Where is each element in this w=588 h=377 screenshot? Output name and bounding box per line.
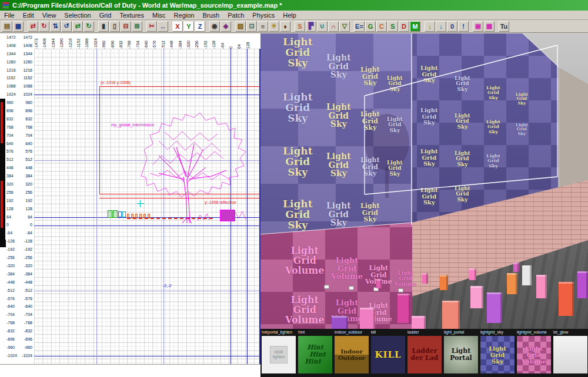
view-xy-button[interactable]: X xyxy=(172,21,183,32)
menu-item[interactable]: Misc xyxy=(148,11,170,20)
c-button[interactable]: C xyxy=(376,21,387,32)
cubic-clip-button[interactable]: ◈ xyxy=(220,21,231,32)
save-button[interactable]: ▦ xyxy=(13,21,24,32)
menu-item[interactable]: Patch xyxy=(223,11,248,20)
rotate-y-button[interactable]: ↺ xyxy=(61,21,72,32)
title-bar[interactable]: C://Program Files/Activision/Call of Dut… xyxy=(0,0,588,11)
measure-button[interactable]: ↔ xyxy=(158,21,168,32)
clipper-button[interactable]: ✂ xyxy=(146,21,157,32)
m-button[interactable]: M xyxy=(410,21,420,32)
cycle-button[interactable]: ▽ xyxy=(339,21,350,32)
light-button[interactable]: ☀ xyxy=(269,21,279,32)
open-button[interactable]: ▤ xyxy=(2,21,12,32)
3d-brush-box[interactable] xyxy=(536,275,547,298)
texture-lock-button[interactable]: ⊡ xyxy=(246,21,257,32)
3d-view[interactable]: Light Grid Sky Light Grid Sky Light Grid… xyxy=(260,33,588,329)
3d-brush-box[interactable] xyxy=(577,271,588,298)
3d-brush-box[interactable] xyxy=(376,279,382,288)
menu-item[interactable]: Textures xyxy=(115,11,148,20)
toolbar-separator[interactable] xyxy=(291,21,294,32)
view-xz-button[interactable]: Z xyxy=(195,21,205,32)
texture-view-button[interactable]: ▨ xyxy=(235,21,246,32)
texture-swatch-ladder[interactable]: Ladderder Lad xyxy=(407,336,442,373)
3d-brush-box[interactable] xyxy=(522,265,532,285)
3d-brush-box[interactable] xyxy=(469,268,476,280)
csg-merge-button[interactable]: ⊞ xyxy=(132,21,142,32)
z-extent-handle[interactable] xyxy=(0,240,6,247)
toolbar-separator[interactable] xyxy=(95,21,98,32)
3d-brush-box[interactable] xyxy=(507,273,517,294)
cap-button[interactable]: ∩ xyxy=(328,21,339,32)
entity-color-button[interactable]: E= xyxy=(354,21,365,32)
d-button[interactable]: D xyxy=(399,21,409,32)
flip-y-button[interactable]: ⇅ xyxy=(50,21,61,32)
menu-item[interactable]: View xyxy=(38,11,61,20)
entity-list-button[interactable]: ≡ xyxy=(258,21,268,32)
3d-brush-box[interactable] xyxy=(397,294,410,323)
light-entity-box[interactable] xyxy=(398,288,403,292)
surface-inspector-button[interactable]: S xyxy=(295,21,305,32)
pink-b-button[interactable]: ▩ xyxy=(484,21,495,32)
3d-brush-box[interactable] xyxy=(442,301,460,329)
weld-button[interactable]: ∪ xyxy=(317,21,328,32)
texture-swatch-hdrportal-lighten[interactable]: HDRlighten xyxy=(262,336,296,373)
model-button[interactable]: ♦ xyxy=(280,21,290,32)
select-touching-button[interactable]: ▯ xyxy=(109,21,120,32)
s-button[interactable]: S xyxy=(387,21,398,32)
z-extent-bar[interactable] xyxy=(0,99,5,240)
3d-brush-box[interactable] xyxy=(440,275,448,290)
texture-swatch-hint[interactable]: HintHintHint xyxy=(298,336,332,373)
flip-z-button[interactable]: ⇄ xyxy=(72,21,83,32)
light-entity-box[interactable] xyxy=(324,285,329,289)
view-yz-button[interactable]: Y xyxy=(183,21,194,32)
toolbar-separator[interactable] xyxy=(469,21,472,32)
pink-a-button[interactable]: ▣ xyxy=(473,21,483,32)
3d-brush-box[interactable] xyxy=(470,286,483,308)
menu-item[interactable]: Grid xyxy=(95,11,116,20)
texture-swatch-light-portal[interactable]: LightPortal xyxy=(444,336,478,373)
down-blue-button[interactable]: ↓ xyxy=(436,21,446,32)
3d-brush-box[interactable] xyxy=(487,292,502,323)
menu-item[interactable]: Selection xyxy=(60,11,95,20)
rotate-z-button[interactable]: ↻ xyxy=(83,21,94,32)
texture-swatch-indoor-outdoor[interactable]: IndoorOutdoor xyxy=(335,336,369,373)
texture-swatch-kill[interactable]: KILL xyxy=(371,336,405,373)
toolbar-separator[interactable] xyxy=(206,21,209,32)
g-button[interactable]: G xyxy=(365,21,376,32)
toolbar-separator[interactable] xyxy=(421,21,424,32)
toolbar-separator[interactable] xyxy=(24,21,27,32)
toolbar-separator[interactable] xyxy=(169,21,172,32)
toolbar-separator[interactable] xyxy=(143,21,146,32)
menu-item[interactable]: File xyxy=(0,11,19,20)
texture-swatch-lightgrid-sky[interactable]: LightGridSky xyxy=(480,336,514,373)
zero-button[interactable]: 0 xyxy=(447,21,457,32)
toolbar-separator[interactable] xyxy=(232,21,235,32)
3d-brush-box[interactable] xyxy=(513,262,519,272)
rotate-x-button[interactable]: ↻ xyxy=(39,21,49,32)
tree-model-wireframe[interactable] xyxy=(34,49,260,364)
tu-button[interactable]: Tu xyxy=(499,21,509,32)
menu-item[interactable]: Help xyxy=(279,11,300,20)
camera-button[interactable]: ◉ xyxy=(209,21,220,32)
3d-brush-box[interactable] xyxy=(422,273,428,284)
texture-swatch-lst-glow[interactable] xyxy=(553,336,587,373)
flip-x-button[interactable]: ⇄ xyxy=(28,21,38,32)
menu-item[interactable]: Physics xyxy=(248,11,279,20)
toolbar-separator[interactable] xyxy=(350,21,353,32)
menu-item[interactable]: Region xyxy=(170,11,199,20)
3d-brush-box[interactable] xyxy=(360,308,375,329)
light-entity-box[interactable] xyxy=(349,286,354,290)
csg-subtract-button[interactable]: ⊟ xyxy=(121,21,131,32)
3d-brush-box[interactable] xyxy=(332,316,348,329)
2d-view[interactable]: (x:-1016 y:1008) mp_global_intermission … xyxy=(34,49,260,364)
3d-brush-box[interactable] xyxy=(559,282,574,316)
3d-brush-box[interactable] xyxy=(412,316,426,329)
menu-item[interactable]: Brush xyxy=(198,11,223,20)
toolbar-separator[interactable] xyxy=(495,21,498,32)
down-green-button[interactable]: ↓ xyxy=(425,21,435,32)
alert-button[interactable]: ! xyxy=(458,21,469,32)
texture-swatch-lightgrid-volume[interactable]: LightGridVolume xyxy=(517,336,551,373)
patch-button[interactable]: ▛ xyxy=(306,21,316,32)
select-complete-tall-button[interactable]: ▮ xyxy=(98,21,109,32)
menu-item[interactable]: Edit xyxy=(19,11,38,20)
